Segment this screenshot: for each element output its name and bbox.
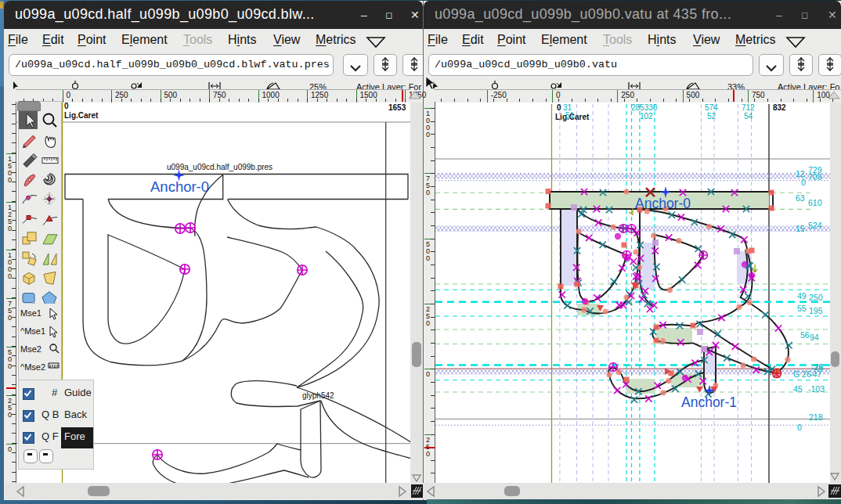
- svg-text:49: 49: [797, 291, 807, 301]
- svg-text:832: 832: [773, 103, 786, 112]
- svg-text:94: 94: [810, 333, 819, 342]
- svg-text:Anchor-0: Anchor-0: [150, 178, 209, 195]
- svg-text:56: 56: [800, 330, 810, 340]
- svg-text:51: 51: [565, 111, 575, 120]
- svg-text:0: 0: [64, 102, 69, 110]
- svg-text:0: 0: [557, 103, 561, 112]
- svg-text:-103: -103: [808, 384, 825, 394]
- svg-text:45: 45: [793, 384, 803, 394]
- svg-text:0: 0: [801, 178, 806, 187]
- svg-text:glyph542: glyph542: [302, 391, 334, 400]
- svg-text:195: 195: [809, 306, 823, 315]
- svg-text:54: 54: [744, 112, 753, 121]
- svg-text:250: 250: [809, 293, 823, 302]
- svg-text:709: 709: [808, 172, 822, 182]
- svg-text:574: 574: [705, 103, 718, 112]
- svg-text:712: 712: [742, 103, 755, 112]
- svg-text:u099a_u09cd.half_u099b.pres: u099a_u09cd.half_u099b.pres: [167, 163, 273, 171]
- svg-text:524: 524: [808, 221, 822, 230]
- svg-text:285330: 285330: [631, 103, 658, 112]
- svg-text:610: 610: [808, 198, 822, 207]
- svg-text:G 26: G 26: [793, 369, 811, 379]
- svg-text:55: 55: [797, 304, 807, 313]
- svg-text:102: 102: [640, 112, 653, 121]
- svg-text:63: 63: [796, 193, 805, 203]
- svg-text:52: 52: [707, 112, 716, 121]
- svg-text:Anchor-0: Anchor-0: [635, 196, 691, 211]
- svg-text:218: 218: [809, 412, 823, 422]
- svg-text:1653: 1653: [388, 103, 406, 112]
- svg-text:15: 15: [796, 224, 805, 233]
- svg-text:Anchor-1: Anchor-1: [681, 394, 737, 410]
- svg-text:0: 0: [797, 423, 802, 432]
- svg-text:Lig.Caret: Lig.Caret: [64, 111, 99, 120]
- svg-text:-47: -47: [810, 369, 821, 379]
